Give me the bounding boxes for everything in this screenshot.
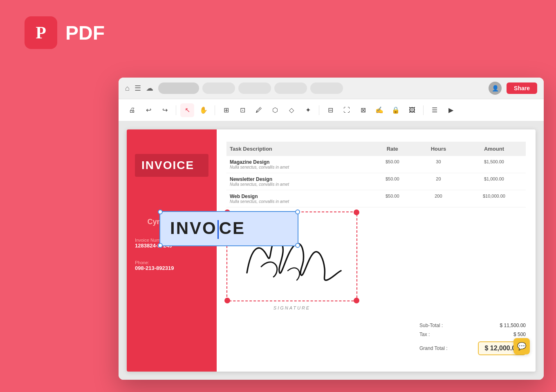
home-icon[interactable]: ⌂ <box>125 84 130 93</box>
amount-cell-1: $1,500.00 <box>462 156 526 173</box>
tax-row: Tax : $ 500 💬 <box>419 330 526 339</box>
invoice-header-box: INVOICE <box>135 154 208 177</box>
task-name-3: Web Design <box>230 194 367 199</box>
grand-total-label: Grand Total : <box>419 345 447 351</box>
invoice-left-panel: INVOICE Cynthia M Ltd Invoice Number: 12… <box>127 129 217 372</box>
handle-top-left[interactable] <box>158 209 163 214</box>
sign-icon[interactable]: ✍ <box>372 103 386 117</box>
more-menu-icon[interactable]: ☰ <box>428 103 442 117</box>
phone-field: Phone: 098-213-892319 <box>135 260 208 271</box>
table-row: Newsletter Design Nulla senectus, conval… <box>226 173 526 190</box>
url-tab-2[interactable] <box>202 82 235 94</box>
hand-icon[interactable]: ✋ <box>197 103 211 117</box>
text-cursor <box>217 220 219 239</box>
browser-chrome: ⌂ ☰ ☁ 👤 Share <box>119 78 544 99</box>
phone-value: 098-213-892319 <box>135 265 208 271</box>
task-cell-1: Magazine Design Nulla senectus, convalli… <box>226 156 370 173</box>
main-content: INVOICE Cynthia M Ltd Invoice Number: 12… <box>119 121 544 380</box>
comment-icon: 💬 <box>517 342 526 351</box>
comment-bubble[interactable]: 💬 <box>513 338 530 354</box>
invoice-edit-text: INVOCE <box>170 218 245 239</box>
rate-cell-1: $50.00 <box>370 156 415 173</box>
draw-icon[interactable]: 🖉 <box>252 103 266 117</box>
undo-icon[interactable]: ↩ <box>141 103 155 117</box>
subtotal-value: $ 11,500.00 <box>500 323 526 328</box>
compress-icon[interactable]: ⊠ <box>356 103 370 117</box>
user-avatar[interactable]: 👤 <box>489 82 502 95</box>
separator-1 <box>176 105 176 115</box>
redo-icon[interactable]: ↪ <box>158 103 172 117</box>
task-cell-3: Web Design Nulla senectus, convallis in … <box>226 190 370 207</box>
task-desc-3: Nulla senectus, convallis in amet <box>230 199 367 204</box>
add-content-icon[interactable]: ⊞ <box>219 103 233 117</box>
logo-letter: P <box>36 23 46 42</box>
separator-2 <box>215 105 215 115</box>
grand-total-row: Grand Total : $ 12,000.00 <box>419 341 526 355</box>
pdf-page: INVOICE Cynthia M Ltd Invoice Number: 12… <box>119 121 544 380</box>
task-desc-2: Nulla senectus, convallis in amet <box>230 182 367 187</box>
col-rate: Rate <box>370 142 415 156</box>
hours-cell-3: 200 <box>415 190 462 207</box>
browser-window: ⌂ ☰ ☁ 👤 Share 🖨 ↩ ↪ ↖ ✋ ⊞ ⊡ 🖉 ⬡ ◇ ✦ ⊟ ⛶ … <box>119 78 544 380</box>
col-amount: Amount <box>462 142 526 156</box>
separator-4 <box>423 105 424 115</box>
fullscreen-icon[interactable]: ⛶ <box>340 103 354 117</box>
invoice-document: INVOICE Cynthia M Ltd Invoice Number: 12… <box>127 129 536 372</box>
sig-handle-tr <box>354 209 359 215</box>
rate-cell-3: $50.00 <box>370 190 415 207</box>
expand-panel-icon[interactable]: ▶ <box>444 103 458 117</box>
signature-label: SIGNATURE <box>274 305 310 310</box>
task-name-2: Newsletter Design <box>230 176 367 182</box>
invoice-right-panel: Task Description Rate Hours Amount Magaz… <box>217 129 536 372</box>
hours-cell-1: 30 <box>415 156 462 173</box>
url-tab-3[interactable] <box>238 82 271 94</box>
invoice-edit-box[interactable]: INVOCE <box>159 211 298 246</box>
export-icon[interactable]: 🖼 <box>405 103 419 117</box>
sig-handle-bl <box>224 298 230 303</box>
url-tab-4[interactable] <box>274 82 307 94</box>
handle-top-right[interactable] <box>295 209 300 214</box>
share-button[interactable]: Share <box>507 82 537 94</box>
erase-icon[interactable]: ◇ <box>285 103 298 117</box>
invoice-table: Task Description Rate Hours Amount Magaz… <box>226 142 526 207</box>
url-tab-1[interactable] <box>158 82 199 94</box>
totals-area: Sub-Total : $ 11,500.00 Tax : $ 500 💬 <box>419 321 526 355</box>
task-name-1: Magazine Design <box>230 159 367 165</box>
hours-cell-2: 20 <box>415 173 462 190</box>
col-hours: Hours <box>415 142 462 156</box>
url-bar <box>158 82 484 94</box>
edit-text-before-cursor: INVO <box>170 218 217 238</box>
tax-value: $ 500 <box>513 332 526 337</box>
cloud-icon[interactable]: ☁ <box>146 84 153 93</box>
tax-label: Tax : <box>419 332 430 337</box>
rate-cell-2: $50.00 <box>370 173 415 190</box>
phone-label: Phone: <box>135 260 208 265</box>
handle-bottom-right[interactable] <box>295 243 300 248</box>
sig-handle-br <box>354 298 359 303</box>
table-row: Web Design Nulla senectus, convallis in … <box>226 190 526 207</box>
user-initial: 👤 <box>492 85 499 91</box>
app-logo: P <box>25 16 57 49</box>
col-task-description: Task Description <box>226 142 370 156</box>
select-icon[interactable]: ↖ <box>180 103 194 117</box>
app-title: PDF <box>65 22 105 44</box>
toolbar: 🖨 ↩ ↪ ↖ ✋ ⊞ ⊡ 🖉 ⬡ ◇ ✦ ⊟ ⛶ ⊠ ✍ 🔒 🖼 ☰ ▶ <box>119 99 544 121</box>
edit-content-icon[interactable]: ⊡ <box>235 103 249 117</box>
subtotal-row: Sub-Total : $ 11,500.00 <box>419 321 526 330</box>
amount-cell-2: $1,000.00 <box>462 173 526 190</box>
url-tab-5[interactable] <box>310 82 343 94</box>
printer-icon[interactable]: 🖨 <box>125 103 139 117</box>
subtotal-label: Sub-Total : <box>419 323 443 328</box>
invoice-header-text: INVOICE <box>141 159 194 172</box>
protect-icon[interactable]: 🔒 <box>389 103 403 117</box>
split-view-icon[interactable]: ⊟ <box>323 103 337 117</box>
table-header: Task Description Rate Hours Amount <box>226 142 526 156</box>
table-body: Magazine Design Nulla senectus, convalli… <box>226 156 526 207</box>
task-desc-1: Nulla senectus, convallis in amet <box>230 165 367 169</box>
menu-nav-icon[interactable]: ☰ <box>135 84 141 93</box>
highlight-icon[interactable]: ✦ <box>301 103 315 117</box>
handle-bottom-left[interactable] <box>158 243 163 248</box>
shape-tool-icon[interactable]: ⬡ <box>268 103 282 117</box>
table-row: Magazine Design Nulla senectus, convalli… <box>226 156 526 173</box>
separator-3 <box>319 105 319 115</box>
